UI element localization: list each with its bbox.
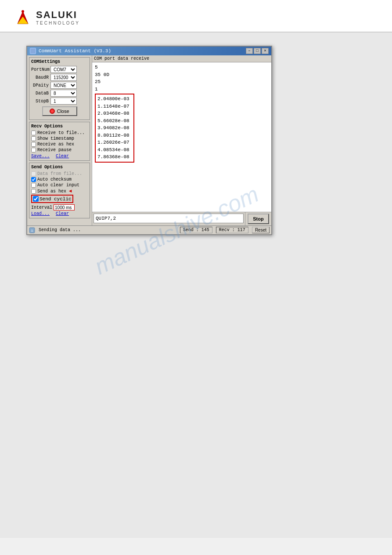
data-from-file-label: Data from file...	[37, 171, 82, 176]
app-icon	[30, 48, 36, 54]
stopbit-row: StopB 1	[31, 98, 88, 105]
baud-row: BaudR 115200	[31, 74, 88, 81]
logo-text: SALUKI TECHNOLOGY	[36, 10, 80, 25]
main-content: COMSettings PortNum COM7 BaudR 115200	[27, 55, 271, 225]
send-cyclic-label: Send cyclic	[40, 196, 72, 202]
app-title: CommUart Assistant (V3.3)	[39, 48, 111, 54]
data-from-file-checkbox	[31, 171, 36, 176]
send-clear-link[interactable]: Clear	[56, 211, 69, 216]
send-links: Load... Clear	[31, 211, 88, 216]
data-line-1: 5	[95, 64, 269, 71]
data-hl-9: 7.86368e-08	[97, 153, 132, 161]
recv-clear-link[interactable]: Clear	[56, 154, 69, 159]
recv-to-file-row: Receive to file...	[31, 131, 88, 135]
close-window-button[interactable]: ×	[262, 48, 269, 54]
port-row: PortNum COM7	[31, 66, 88, 73]
title-bar: CommUart Assistant (V3.3) – □ ×	[27, 47, 271, 55]
data-hl-7: 1.26026e-07	[97, 139, 132, 146]
data-hl-1: 2.04800e-03	[97, 95, 132, 103]
saluki-logo-icon	[13, 8, 32, 27]
close-button[interactable]: Close	[42, 106, 77, 116]
recv-count: Recv : 117	[216, 227, 248, 233]
send-cyclic-checkbox[interactable]	[33, 196, 39, 202]
send-input[interactable]	[94, 214, 244, 223]
stop-button-area: Stop	[245, 212, 271, 225]
svg-point-2	[22, 10, 24, 13]
stopbit-select[interactable]: 1	[50, 98, 77, 105]
right-panel-title: COM port data receive	[92, 55, 271, 62]
recv-options-box: Recv Options Receive to file... Show tim…	[29, 122, 90, 161]
recv-as-hex-checkbox[interactable]	[31, 142, 36, 147]
data-line-4: 1	[95, 86, 269, 93]
page-content: manualshive.com CommUart Assistant (V3.3…	[0, 33, 392, 538]
data-line-3: 25	[95, 78, 269, 86]
send-as-hex-checkbox[interactable]	[31, 189, 36, 194]
show-timestamp-row: Show timestamp	[31, 136, 88, 141]
recv-as-hex-row: Receive as hex	[31, 142, 88, 147]
minimize-button[interactable]: –	[246, 48, 253, 54]
interval-input[interactable]	[54, 204, 75, 210]
interval-row: Interval	[31, 204, 88, 210]
show-timestamp-label: Show timestamp	[37, 136, 74, 141]
close-button-label: Close	[57, 109, 69, 114]
data-hl-3: 2.03468e-08	[97, 110, 132, 117]
port-select[interactable]: COM7	[50, 66, 77, 73]
databit-row: DataB 8	[31, 90, 88, 97]
right-panel: COM port data receive 5 35 0D 25 1 2.048…	[92, 55, 271, 225]
stopbit-label: StopB	[31, 99, 50, 104]
close-button-icon	[50, 109, 55, 114]
recv-pause-row: Receive pause	[31, 148, 88, 152]
data-receive-area: 5 35 0D 25 1 2.04800e-03 1.11648e-07 2.0…	[92, 62, 271, 212]
databit-select[interactable]: 8	[50, 90, 77, 97]
recv-as-hex-label: Receive as hex	[37, 142, 74, 147]
status-bar: i Sending data ... Send : 145 Recv : 117…	[27, 225, 271, 234]
title-bar-buttons: – □ ×	[246, 48, 269, 54]
recv-pause-checkbox[interactable]	[31, 148, 36, 152]
interval-label: Interval	[31, 205, 52, 210]
dparity-select[interactable]: NONE	[50, 82, 77, 89]
bottom-area: Stop	[92, 212, 271, 225]
port-label: PortNum	[31, 67, 50, 72]
header: SALUKI TECHNOLOGY	[0, 0, 392, 33]
baud-label: BaudR	[31, 75, 50, 80]
dparity-label: DPaity	[31, 83, 50, 88]
auto-checksum-checkbox[interactable]	[31, 177, 36, 182]
data-hl-2: 1.11648e-07	[97, 103, 132, 110]
load-link[interactable]: Load...	[31, 211, 50, 216]
auto-clear-input-checkbox[interactable]	[31, 183, 36, 188]
left-panel: COMSettings PortNum COM7 BaudR 115200	[27, 55, 92, 225]
send-options-box: Send Options Data from file... Auto chec…	[29, 163, 90, 218]
recv-options-title: Recv Options	[31, 124, 88, 129]
baud-select[interactable]: 115200	[50, 74, 77, 81]
databit-label: DataB	[31, 91, 50, 96]
data-hl-8: 4.08534e-08	[97, 146, 132, 154]
reset-button[interactable]: Reset	[252, 227, 270, 233]
status-icon: i	[29, 227, 35, 233]
recv-to-file-label: Receive to file...	[37, 131, 85, 135]
send-as-hex-row: Send as hex	[31, 189, 66, 194]
logo-saluki: SALUKI	[36, 10, 80, 20]
auto-checksum-row: Auto checksum	[31, 177, 88, 182]
send-as-hex-label: Send as hex	[37, 189, 66, 194]
auto-checksum-label: Auto checksum	[37, 177, 72, 182]
show-timestamp-checkbox[interactable]	[31, 136, 36, 141]
save-link[interactable]: Save...	[31, 154, 50, 159]
recv-to-file-checkbox[interactable]	[31, 131, 36, 135]
send-input-area	[92, 212, 245, 225]
dparity-row: DPaity NONE	[31, 82, 88, 89]
app-window: CommUart Assistant (V3.3) – □ × COMSetti…	[26, 46, 272, 235]
com-settings-box: COMSettings PortNum COM7 BaudR 115200	[29, 57, 90, 120]
data-hl-6: 8.80112e-08	[97, 132, 132, 139]
data-line-2: 35 0D	[95, 71, 269, 79]
status-text: Sending data ...	[39, 228, 176, 232]
title-bar-left: CommUart Assistant (V3.3)	[30, 48, 111, 54]
data-from-file-row: Data from file...	[31, 171, 88, 176]
auto-clear-input-row: Auto clear input	[31, 183, 88, 188]
auto-clear-input-label: Auto clear input	[37, 183, 79, 188]
stop-button[interactable]: Stop	[248, 214, 269, 224]
send-count: Send : 145	[180, 227, 212, 233]
recv-pause-label: Receive pause	[37, 148, 72, 152]
data-highlighted-block: 2.04800e-03 1.11648e-07 2.03468e-08 5.66…	[95, 94, 134, 163]
restore-button[interactable]: □	[254, 48, 261, 54]
logo-technology: TECHNOLOGY	[36, 21, 80, 25]
